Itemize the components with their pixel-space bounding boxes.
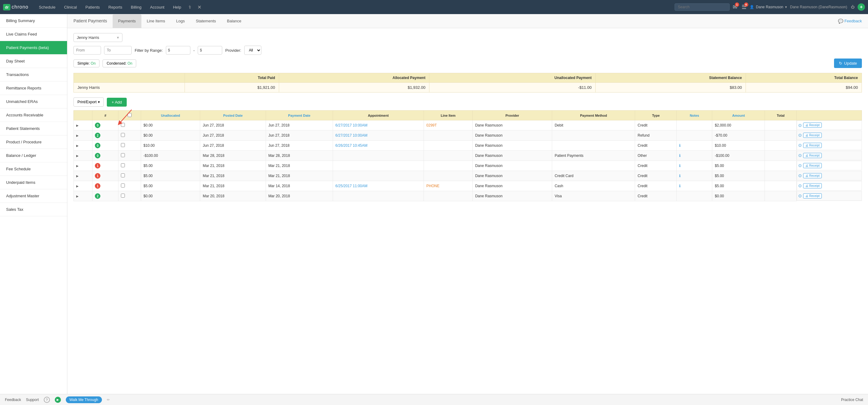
sidebar-item-patient-payments[interactable]: Patient Payments (beta) <box>0 41 67 55</box>
eye-icon[interactable]: ⊙ <box>798 163 802 168</box>
info-icon[interactable]: ℹ <box>679 184 681 188</box>
appointment-link[interactable]: 6/26/2017 10:45AM <box>336 143 368 148</box>
sidebar-item-sales-tax[interactable]: Sales Tax <box>0 203 67 216</box>
sidebar-item-patient-statements[interactable]: Patient Statements <box>0 122 67 136</box>
support-link[interactable]: Support <box>26 398 39 402</box>
expand-button[interactable]: ▶ <box>76 144 79 147</box>
print-export-button[interactable]: Print/Export ▾ <box>73 97 104 107</box>
expand-button[interactable]: ▶ <box>76 164 79 168</box>
sidebar-item-unmatched-eras[interactable]: Unmatched ERAs <box>0 95 67 109</box>
walk-me-through-button[interactable]: Walk Me Through <box>66 397 102 403</box>
expand-button[interactable]: ▶ <box>76 174 79 178</box>
nav-patients[interactable]: Patients <box>81 0 104 14</box>
eye-icon[interactable]: ⊙ <box>798 183 802 188</box>
info-icon[interactable]: ℹ <box>679 174 681 178</box>
tab-logs[interactable]: Logs <box>171 15 190 28</box>
tab-balance[interactable]: Balance <box>222 15 247 28</box>
edit-icon[interactable]: ✏ <box>107 398 110 402</box>
provider-select[interactable]: All <box>244 46 261 55</box>
eye-icon[interactable]: ⊙ <box>798 133 802 138</box>
row-checkbox[interactable] <box>121 163 125 167</box>
receipt-button[interactable]: 🖨 Receipt <box>803 183 822 189</box>
practice-chat-link[interactable]: Practice Chat <box>841 398 863 402</box>
row-checkbox[interactable] <box>121 143 125 147</box>
receipt-button[interactable]: 🖨 Receipt <box>803 133 822 138</box>
search-input[interactable] <box>675 3 730 11</box>
tab-line-items[interactable]: Line Items <box>142 15 171 28</box>
nav-reports[interactable]: Reports <box>104 0 127 14</box>
row-checkbox[interactable] <box>121 133 125 137</box>
logo-area[interactable]: dr chrono <box>3 4 28 10</box>
close-icon[interactable]: ✕ <box>194 4 205 10</box>
sidebar-item-balance-ledger[interactable]: Balance / Ledger <box>0 149 67 162</box>
select-all-checkbox[interactable] <box>128 113 132 117</box>
feedback-button[interactable]: 💬 Feedback <box>838 19 862 24</box>
eye-icon[interactable]: ⊙ <box>798 193 802 198</box>
receipt-button[interactable]: 🖨 Receipt <box>803 153 822 158</box>
row-checkbox[interactable] <box>121 153 125 157</box>
sidebar-item-adjustment-master[interactable]: Adjustment Master <box>0 189 67 203</box>
eye-icon[interactable]: ⊙ <box>798 143 802 148</box>
info-icon[interactable]: ℹ <box>679 153 681 158</box>
nav-clinical[interactable]: Clinical <box>60 0 81 14</box>
mail-button[interactable]: ✉ 1 <box>733 4 737 10</box>
sidebar-item-underpaid-items[interactable]: Underpaid Items <box>0 176 67 189</box>
receipt-button[interactable]: 🖨 Receipt <box>803 173 822 178</box>
settings-icon[interactable]: ⚕ <box>185 4 194 10</box>
simple-toggle[interactable]: Simple: On <box>73 59 99 67</box>
row-checkbox[interactable] <box>121 183 125 187</box>
col-posted-date[interactable]: Posted Date <box>200 111 266 120</box>
appointment-link[interactable]: 6/27/2017 10:00AM <box>336 133 368 138</box>
nav-schedule[interactable]: Schedule <box>35 0 60 14</box>
expand-button[interactable]: ▶ <box>76 195 79 198</box>
expand-button[interactable]: ▶ <box>76 124 79 127</box>
logout-icon[interactable]: ⏻ <box>851 5 855 9</box>
row-checkbox[interactable] <box>121 173 125 177</box>
col-notes[interactable]: Notes <box>677 111 712 120</box>
create-button[interactable]: + <box>858 3 865 11</box>
play-icon[interactable]: ▶ <box>55 397 61 403</box>
sidebar-item-accounts-receivable[interactable]: Accounts Receivable <box>0 109 67 122</box>
add-button[interactable]: + Add <box>107 98 127 107</box>
eye-icon[interactable]: ⊙ <box>798 123 802 128</box>
receipt-button[interactable]: 🖨 Receipt <box>803 122 822 128</box>
range-min-input[interactable] <box>166 46 190 55</box>
feedback-bottom-link[interactable]: Feedback <box>5 398 21 402</box>
col-amount[interactable]: Amount <box>712 111 765 120</box>
col-unallocated[interactable]: Unallocated <box>141 111 200 120</box>
sidebar-item-remittance-reports[interactable]: Remittance Reports <box>0 82 67 95</box>
nav-billing[interactable]: Billing <box>127 0 146 14</box>
info-icon[interactable]: ℹ <box>679 143 681 148</box>
sidebar-item-product-procedure[interactable]: Product / Procedure <box>0 136 67 149</box>
nav-help[interactable]: Help <box>168 0 185 14</box>
from-date-input[interactable] <box>73 46 101 55</box>
eye-icon[interactable]: ⊙ <box>798 173 802 178</box>
expand-button[interactable]: ▶ <box>76 184 79 188</box>
sidebar-item-live-claims-feed[interactable]: Live Claims Feed <box>0 28 67 41</box>
user-name[interactable]: Dane Rasmuson <box>756 5 783 9</box>
receipt-button[interactable]: 🖨 Receipt <box>803 143 822 148</box>
eye-icon[interactable]: ⊙ <box>798 153 802 158</box>
tab-statements[interactable]: Statements <box>190 15 222 28</box>
row-checkbox[interactable] <box>121 123 125 127</box>
line-item-link[interactable]: PHONE <box>426 184 439 188</box>
sidebar-item-billing-summary[interactable]: Billing Summary <box>0 14 67 28</box>
line-item-link[interactable]: 0299T <box>426 123 437 127</box>
nav-account[interactable]: Account <box>146 0 168 14</box>
patient-select[interactable]: Jenny Harris ▾ <box>73 33 122 42</box>
row-checkbox[interactable] <box>121 194 125 198</box>
appointment-link[interactable]: 6/25/2017 11:00AM <box>336 184 368 188</box>
tab-payments[interactable]: Payments <box>113 15 142 28</box>
sidebar-item-transactions[interactable]: Transactions <box>0 68 67 82</box>
to-date-input[interactable] <box>104 46 132 55</box>
range-max-input[interactable] <box>198 46 222 55</box>
expand-button[interactable]: ▶ <box>76 134 79 137</box>
receipt-button[interactable]: 🖨 Receipt <box>803 193 822 199</box>
appointment-link[interactable]: 6/27/2017 10:00AM <box>336 123 368 127</box>
update-button[interactable]: ↻ Update <box>834 59 862 68</box>
expand-button[interactable]: ▶ <box>76 154 79 157</box>
col-payment-date[interactable]: Payment Date <box>266 111 333 120</box>
menu-button[interactable]: ☰ 6 <box>742 4 746 10</box>
sidebar-item-fee-schedule[interactable]: Fee Schedule <box>0 162 67 176</box>
condensed-toggle[interactable]: Condensed: On <box>102 59 136 67</box>
